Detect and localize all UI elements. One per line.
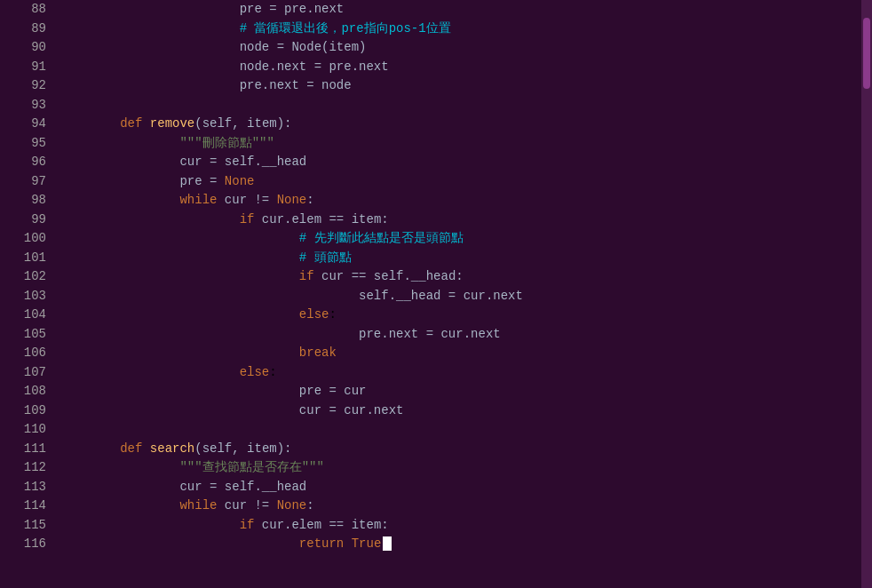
line-number-100: 100 — [0, 229, 53, 249]
code-line-107: else: — [60, 363, 872, 383]
line-number-92: 92 — [0, 76, 53, 96]
code-line-89: # 當循環退出後，pre指向pos-1位置 — [60, 20, 872, 39]
code-line-109: cur = cur.next — [60, 401, 872, 421]
code-line-90: node = Node(item) — [60, 38, 872, 58]
line-number-91: 91 — [0, 58, 53, 77]
code-line-112: """查找節點是否存在""" — [60, 458, 872, 478]
line-number-99: 99 — [0, 211, 53, 230]
code-line-92: pre.next = node — [60, 76, 872, 96]
code-content[interactable]: pre = pre.next # 當循環退出後，pre指向pos-1位置 nod… — [53, 0, 872, 588]
line-number-104: 104 — [0, 306, 53, 325]
code-line-114: while cur != None: — [60, 497, 872, 516]
scrollbar[interactable] — [861, 0, 872, 588]
code-line-104: else: — [60, 306, 872, 325]
line-numbers: 8889909192939495969798991001011021031041… — [0, 0, 53, 588]
text-cursor — [383, 536, 392, 551]
line-number-103: 103 — [0, 287, 53, 306]
scrollbar-thumb[interactable] — [863, 18, 870, 89]
line-number-112: 112 — [0, 458, 53, 478]
code-line-116: return True — [60, 535, 872, 554]
code-line-99: if cur.elem == item: — [60, 211, 872, 230]
line-number-105: 105 — [0, 325, 53, 345]
line-number-116: 116 — [0, 535, 53, 554]
line-number-90: 90 — [0, 38, 53, 58]
code-line-106: break — [60, 344, 872, 363]
code-line-110 — [60, 420, 872, 440]
line-number-114: 114 — [0, 497, 53, 516]
code-line-98: while cur != None: — [60, 191, 872, 211]
code-line-88: pre = pre.next — [60, 0, 872, 20]
line-number-97: 97 — [0, 172, 53, 192]
code-line-97: pre = None — [60, 172, 872, 192]
line-number-102: 102 — [0, 267, 53, 287]
line-number-101: 101 — [0, 249, 53, 268]
code-line-91: node.next = pre.next — [60, 58, 872, 77]
line-number-113: 113 — [0, 478, 53, 497]
line-number-89: 89 — [0, 20, 53, 39]
line-number-107: 107 — [0, 363, 53, 383]
code-editor: 8889909192939495969798991001011021031041… — [0, 0, 872, 588]
code-line-100: # 先判斷此結點是否是頭節點 — [60, 229, 872, 249]
code-line-103: self.__head = cur.next — [60, 287, 872, 306]
line-number-93: 93 — [0, 96, 53, 115]
line-number-109: 109 — [0, 401, 53, 421]
code-line-95: """刪除節點""" — [60, 134, 872, 154]
code-line-94: def remove(self, item): — [60, 115, 872, 134]
code-line-101: # 頭節點 — [60, 249, 872, 268]
line-number-94: 94 — [0, 115, 53, 134]
line-number-111: 111 — [0, 440, 53, 459]
code-line-102: if cur == self.__head: — [60, 267, 872, 287]
line-number-108: 108 — [0, 382, 53, 401]
code-line-105: pre.next = cur.next — [60, 325, 872, 345]
code-line-96: cur = self.__head — [60, 153, 872, 172]
code-line-93 — [60, 96, 872, 115]
line-number-110: 110 — [0, 420, 53, 440]
code-line-115: if cur.elem == item: — [60, 516, 872, 536]
line-number-88: 88 — [0, 0, 53, 20]
line-number-95: 95 — [0, 134, 53, 154]
code-line-111: def search(self, item): — [60, 440, 872, 459]
line-number-96: 96 — [0, 153, 53, 172]
code-line-108: pre = cur — [60, 382, 872, 401]
line-number-106: 106 — [0, 344, 53, 363]
line-number-115: 115 — [0, 516, 53, 536]
code-line-113: cur = self.__head — [60, 478, 872, 497]
line-number-98: 98 — [0, 191, 53, 211]
